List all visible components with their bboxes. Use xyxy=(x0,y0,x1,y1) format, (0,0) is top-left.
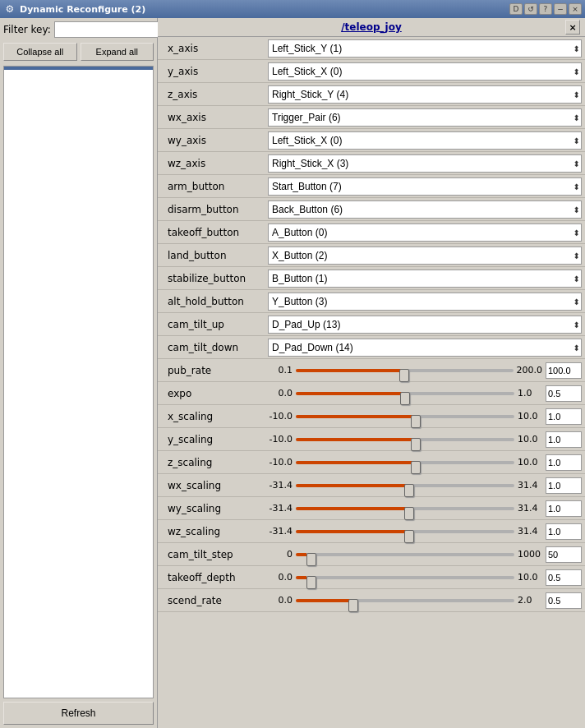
dropdown-cam_tilt_up[interactable]: D_Pad_Up (13) xyxy=(268,316,582,334)
dropdown-x_axis[interactable]: Left_Stick_Y (1) xyxy=(268,39,582,58)
slider-value-takeoff_depth[interactable] xyxy=(546,569,582,586)
dropdown-land_button[interactable]: X_Button (2) xyxy=(268,247,582,265)
dropdown-stabilize_button[interactable]: B_Button (1) xyxy=(268,270,582,288)
select-wrapper-wx_axis: Trigger_Pair (6) xyxy=(268,108,582,127)
param-name-wy_scaling: wy_scaling xyxy=(161,503,268,514)
collapse-all-button[interactable]: Collapse all xyxy=(3,43,77,61)
param-control-cam_tilt_step: 01000 xyxy=(268,546,582,563)
slider-takeoff_depth[interactable] xyxy=(296,576,514,579)
dropdown-disarm_button[interactable]: Back_Button (6) xyxy=(268,200,582,219)
select-wrapper-x_axis: Left_Stick_Y (1) xyxy=(268,39,582,58)
param-control-z_scaling: -10.010.0 xyxy=(268,454,582,471)
slider-value-wy_scaling[interactable] xyxy=(546,500,582,517)
expand-all-button[interactable]: Expand all xyxy=(81,43,154,61)
dropdown-wz_axis[interactable]: Right_Stick_X (3) xyxy=(268,154,582,173)
param-name-wz_axis: wz_axis xyxy=(161,158,268,169)
help-button[interactable]: ? xyxy=(539,3,552,15)
dropdown-y_axis[interactable]: Left_Stick_X (0) xyxy=(268,62,582,81)
dropdown-alt_hold_button[interactable]: Y_Button (3) xyxy=(268,293,582,311)
param-row: wx_scaling-31.431.4 xyxy=(158,474,585,497)
d-button[interactable]: D xyxy=(509,3,523,15)
slider-max-x_scaling: 10.0 xyxy=(518,411,542,422)
slider-min-x_scaling: -10.0 xyxy=(268,411,292,422)
slider-min-wx_scaling: -31.4 xyxy=(268,480,292,491)
param-row: x_scaling-10.010.0 xyxy=(158,405,585,428)
slider-value-cam_tilt_step[interactable] xyxy=(546,546,582,563)
slider-row-takeoff_depth: 0.010.0 xyxy=(268,569,582,586)
slider-row-cam_tilt_step: 01000 xyxy=(268,546,582,563)
main-container: Filter key: Collapse all Expand all Refr… xyxy=(0,18,585,728)
param-name-cam_tilt_up: cam_tilt_up xyxy=(161,319,268,330)
filter-label: Filter key: xyxy=(3,24,51,35)
param-row: arm_buttonStart_Button (7) xyxy=(158,175,585,198)
slider-wz_scaling[interactable] xyxy=(296,530,514,533)
window-title: Dynamic Reconfigure (2) xyxy=(20,4,509,15)
param-row: cam_tilt_upD_Pad_Up (13) xyxy=(158,313,585,336)
slider-z_scaling[interactable] xyxy=(296,461,514,464)
param-control-expo: 0.01.0 xyxy=(268,385,582,402)
panel-close-button[interactable]: × xyxy=(565,20,580,35)
slider-row-scend_rate: 0.02.0 xyxy=(268,592,582,609)
param-name-x_scaling: x_scaling xyxy=(161,411,268,422)
slider-value-expo[interactable] xyxy=(546,385,582,402)
param-name-scend_rate: scend_rate xyxy=(161,595,268,606)
dropdown-z_axis[interactable]: Right_Stick_Y (4) xyxy=(268,85,582,104)
dropdown-arm_button[interactable]: Start_Button (7) xyxy=(268,177,582,196)
param-row: cam_tilt_downD_Pad_Down (14) xyxy=(158,336,585,359)
slider-max-z_scaling: 10.0 xyxy=(518,457,542,468)
param-control-land_button: X_Button (2) xyxy=(268,247,582,265)
select-wrapper-stabilize_button: B_Button (1) xyxy=(268,270,582,288)
select-wrapper-y_axis: Left_Stick_X (0) xyxy=(268,62,582,81)
slider-value-pub_rate[interactable] xyxy=(546,362,582,379)
param-name-wy_axis: wy_axis xyxy=(161,135,268,146)
slider-min-y_scaling: -10.0 xyxy=(268,434,292,445)
dropdown-cam_tilt_down[interactable]: D_Pad_Down (14) xyxy=(268,339,582,357)
dropdown-takeoff_button[interactable]: A_Button (0) xyxy=(268,223,582,242)
slider-x_scaling[interactable] xyxy=(296,415,514,418)
app-icon: ⚙ xyxy=(3,2,16,16)
refresh-icon[interactable]: ↺ xyxy=(524,3,537,15)
slider-min-z_scaling: -10.0 xyxy=(268,457,292,468)
param-row: wx_axisTrigger_Pair (6) xyxy=(158,106,585,129)
select-wrapper-takeoff_button: A_Button (0) xyxy=(268,223,582,242)
slider-pub_rate[interactable] xyxy=(296,369,514,372)
param-name-y_scaling: y_scaling xyxy=(161,434,268,445)
param-name-takeoff_button: takeoff_button xyxy=(161,227,268,238)
param-row: pub_rate0.1200.0 xyxy=(158,359,585,382)
refresh-button[interactable]: Refresh xyxy=(3,702,154,725)
panel-title: /teleop_joy xyxy=(341,21,402,33)
slider-value-y_scaling[interactable] xyxy=(546,431,582,448)
slider-wx_scaling[interactable] xyxy=(296,484,514,487)
param-row: stabilize_buttonB_Button (1) xyxy=(158,267,585,290)
slider-value-x_scaling[interactable] xyxy=(546,408,582,425)
slider-y_scaling[interactable] xyxy=(296,438,514,441)
param-name-z_scaling: z_scaling xyxy=(161,457,268,468)
slider-value-wx_scaling[interactable] xyxy=(546,477,582,494)
slider-row-y_scaling: -10.010.0 xyxy=(268,431,582,448)
select-wrapper-wz_axis: Right_Stick_X (3) xyxy=(268,154,582,173)
param-control-scend_rate: 0.02.0 xyxy=(268,592,582,609)
param-control-stabilize_button: B_Button (1) xyxy=(268,270,582,288)
tree-item-teleop-joy[interactable] xyxy=(4,67,153,70)
slider-value-wz_scaling[interactable] xyxy=(546,523,582,540)
slider-cam_tilt_step[interactable] xyxy=(296,553,514,556)
slider-min-scend_rate: 0.0 xyxy=(268,595,292,606)
close-window-button[interactable]: × xyxy=(569,3,582,15)
param-name-wx_axis: wx_axis xyxy=(161,112,268,123)
slider-expo[interactable] xyxy=(296,392,514,395)
param-name-cam_tilt_step: cam_tilt_step xyxy=(161,549,268,560)
dropdown-wx_axis[interactable]: Trigger_Pair (6) xyxy=(268,108,582,127)
select-wrapper-disarm_button: Back_Button (6) xyxy=(268,200,582,219)
param-row: scend_rate0.02.0 xyxy=(158,589,585,612)
slider-wy_scaling[interactable] xyxy=(296,507,514,510)
slider-value-scend_rate[interactable] xyxy=(546,592,582,609)
param-row: z_scaling-10.010.0 xyxy=(158,451,585,474)
dropdown-wy_axis[interactable]: Left_Stick_X (0) xyxy=(268,131,582,150)
param-name-disarm_button: disarm_button xyxy=(161,204,268,215)
slider-value-z_scaling[interactable] xyxy=(546,454,582,471)
param-row: y_axisLeft_Stick_X (0) xyxy=(158,60,585,83)
minimize-button[interactable]: − xyxy=(554,3,567,15)
param-row: alt_hold_buttonY_Button (3) xyxy=(158,290,585,313)
slider-scend_rate[interactable] xyxy=(296,599,514,602)
param-control-pub_rate: 0.1200.0 xyxy=(268,362,582,379)
